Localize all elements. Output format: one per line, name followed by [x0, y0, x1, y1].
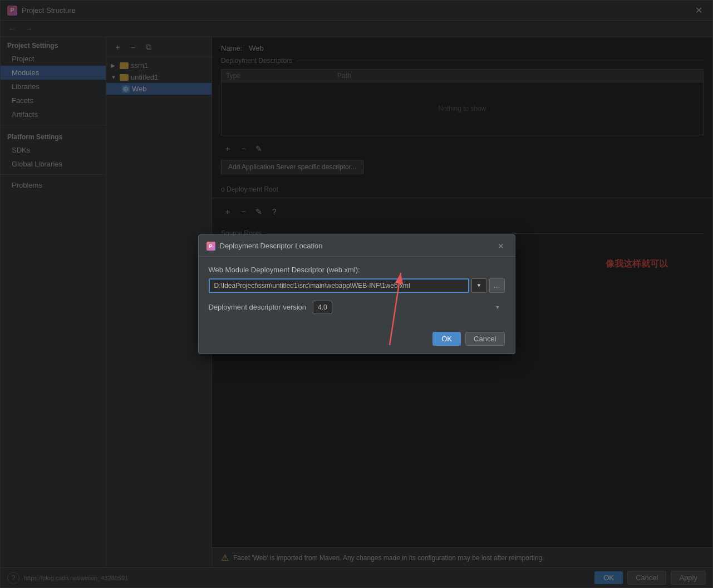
- modal-dialog: P Deployment Descriptor Location ✕ Web M…: [198, 234, 515, 354]
- modal-body: Web Module Deployment Descriptor (web.xm…: [199, 257, 515, 327]
- modal-version-row: Deployment descriptor version 2.3 2.4 2.…: [209, 301, 505, 314]
- modal-title-left: P Deployment Descriptor Location: [206, 242, 323, 251]
- modal-title-bar: P Deployment Descriptor Location ✕: [199, 235, 515, 257]
- modal-input-row: ▼ …: [209, 278, 505, 293]
- modal-version-select-wrap: 2.3 2.4 2.5 3.0 3.1 4.0: [313, 301, 504, 314]
- modal-footer: OK Cancel: [199, 327, 515, 354]
- modal-browse-button[interactable]: …: [489, 278, 505, 293]
- modal-icon: P: [206, 242, 215, 251]
- modal-close-button[interactable]: ✕: [495, 241, 507, 252]
- modal-field-label: Web Module Deployment Descriptor (web.xm…: [209, 266, 505, 274]
- modal-dropdown-button[interactable]: ▼: [471, 278, 487, 293]
- modal-cancel-button[interactable]: Cancel: [465, 332, 504, 346]
- modal-version-select[interactable]: 2.3 2.4 2.5 3.0 3.1 4.0: [313, 301, 332, 314]
- modal-ok-button[interactable]: OK: [432, 332, 461, 346]
- modal-path-input[interactable]: [209, 278, 469, 293]
- modal-version-label: Deployment descriptor version: [209, 303, 307, 311]
- modal-title: Deployment Descriptor Location: [220, 242, 323, 250]
- modal-overlay: P Deployment Descriptor Location ✕ Web M…: [0, 0, 713, 588]
- main-window: P Project Structure ✕ ← → Project Settin…: [0, 0, 713, 588]
